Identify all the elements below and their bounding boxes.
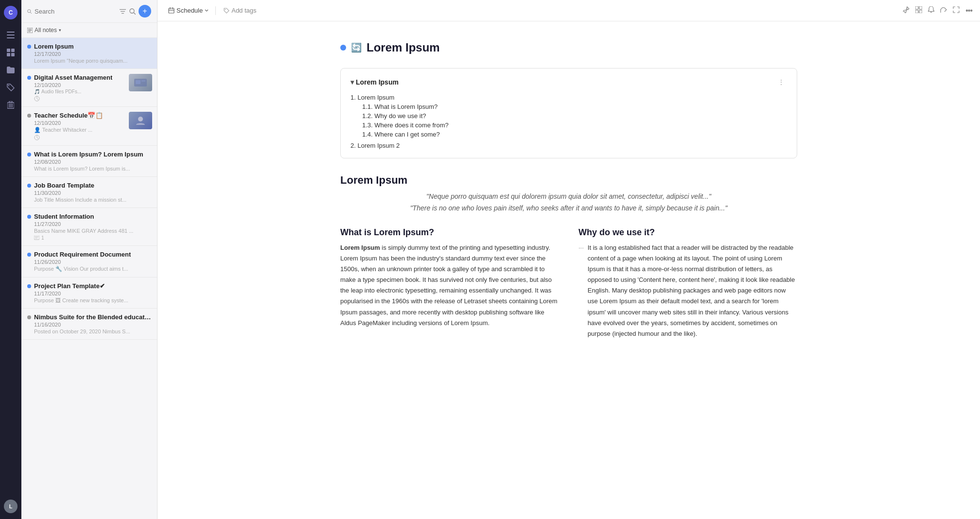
- svg-line-19: [134, 13, 136, 15]
- new-note-button[interactable]: +: [139, 5, 151, 17]
- note-dot: [27, 114, 31, 118]
- svg-point-30: [138, 117, 143, 121]
- toc-item[interactable]: 1.3. Where does it come from?: [362, 121, 787, 130]
- note-item-nimbus-suite[interactable]: Nimbus Suite for the Blended education |…: [21, 309, 157, 340]
- note-bottom-icons: [27, 135, 151, 140]
- note-dot: [27, 215, 31, 219]
- sidebar-icons: C L: [0, 0, 21, 519]
- toolbar: Schedule Add tags •••: [158, 0, 980, 21]
- note-preview: What is Lorem Ipsum? Lorem Ipsum is...: [27, 166, 151, 172]
- pin-button[interactable]: [903, 6, 910, 15]
- note-preview: Purpose 🔧 Vision Our product aims t...: [27, 266, 151, 272]
- svg-point-41: [225, 9, 226, 10]
- note-item-job-board[interactable]: Job Board Template 11/30/2020 Job Title …: [21, 177, 157, 208]
- svg-rect-37: [169, 8, 174, 13]
- editor-area: 🔄 Lorem Ipsum ▾ Lorem Ipsum ⋮ 1. Lorem I…: [301, 21, 836, 519]
- section-title: Lorem Ipsum: [340, 174, 797, 187]
- trash-icon-btn[interactable]: [3, 97, 18, 113]
- share-button[interactable]: [940, 7, 947, 15]
- svg-rect-44: [915, 10, 918, 13]
- note-dot: [27, 45, 31, 49]
- col-right-body-text: It is a long established fact that a rea…: [588, 242, 797, 339]
- svg-line-29: [37, 99, 38, 100]
- schedule-label: Schedule: [176, 7, 203, 14]
- all-notes-header[interactable]: All notes ▾: [21, 23, 157, 38]
- quote-text-2: "There is no one who loves pain itself, …: [340, 204, 797, 212]
- bell-button[interactable]: [928, 6, 934, 15]
- toc-menu-button[interactable]: ⋮: [775, 76, 787, 88]
- svg-rect-45: [919, 10, 922, 13]
- search-input[interactable]: [35, 8, 116, 15]
- note-meta: 11/16/2020: [27, 322, 151, 328]
- add-tags-button[interactable]: Add tags: [220, 5, 260, 16]
- note-meta: 11/26/2020: [27, 259, 151, 265]
- notes-search-bar: +: [21, 0, 157, 23]
- svg-rect-3: [7, 49, 10, 52]
- svg-rect-43: [919, 6, 922, 9]
- col-right-body: ··· It is a long established fact that a…: [578, 242, 797, 339]
- doc-title-row: 🔄 Lorem Ipsum: [340, 41, 797, 54]
- user-avatar-top[interactable]: C: [4, 6, 18, 19]
- note-thumb-image: [129, 74, 152, 91]
- note-item-teacher-schedule[interactable]: Teacher Schedule📅📋 12/10/2020 👤 Teacher …: [21, 107, 157, 146]
- note-title: What is Lorem Ipsum? Lorem Ipsum: [34, 151, 143, 158]
- doc-title: Lorem Ipsum: [367, 41, 440, 54]
- col-right-title: Why do we use it?: [578, 227, 797, 238]
- col-left: What is Lorem Ipsum? Lorem Ipsum is simp…: [340, 227, 559, 339]
- search-magnify-icon[interactable]: [129, 6, 136, 16]
- note-dot: [27, 315, 31, 319]
- svg-line-33: [37, 138, 38, 139]
- all-notes-label: All notes: [35, 27, 57, 34]
- schedule-button[interactable]: Schedule: [165, 5, 211, 16]
- svg-rect-6: [11, 53, 15, 56]
- note-item-project-plan[interactable]: Project Plan Template✔ 11/17/2020 Purpos…: [21, 277, 157, 309]
- svg-point-18: [130, 9, 134, 13]
- note-meta: 11/30/2020: [27, 190, 151, 196]
- col-left-body-start: Lorem Ipsum: [340, 244, 380, 251]
- toc-item[interactable]: 1. Lorem Ipsum: [350, 93, 787, 102]
- svg-rect-4: [11, 49, 15, 52]
- note-bottom-icons: [27, 96, 151, 102]
- add-tags-label: Add tags: [231, 7, 256, 14]
- note-dot: [27, 76, 31, 80]
- schedule-icon: [168, 7, 175, 14]
- note-meta: 11/27/2020: [27, 221, 151, 227]
- note-title: Product Requirement Document: [34, 251, 131, 258]
- toc-box: ▾ Lorem Ipsum ⋮ 1. Lorem Ipsum 1.1. What…: [340, 68, 797, 158]
- grid-icon-btn[interactable]: [3, 45, 18, 60]
- tag-icon-btn[interactable]: [3, 80, 18, 95]
- svg-rect-2: [7, 37, 15, 38]
- svg-rect-34: [34, 236, 39, 240]
- toc-chevron[interactable]: ▾: [350, 78, 354, 86]
- note-title: Nimbus Suite for the Blended education |…: [34, 313, 151, 321]
- more-options-button[interactable]: •••: [965, 6, 972, 15]
- toolbar-divider: [215, 6, 216, 15]
- col-right: Why do we use it? ··· It is a long estab…: [578, 227, 797, 339]
- expand-button[interactable]: [953, 6, 960, 15]
- toc-item[interactable]: 1.2. Why do we use it?: [362, 111, 787, 121]
- grid-view-button[interactable]: [915, 6, 922, 15]
- svg-rect-0: [7, 32, 15, 33]
- col-left-body: Lorem Ipsum is simply dummy text of the …: [340, 242, 559, 329]
- note-item-digital-asset[interactable]: Digital Asset Management 12/10/2020 🎵Aud…: [21, 69, 157, 107]
- user-avatar-bottom[interactable]: L: [4, 500, 18, 513]
- main-content: Schedule Add tags •••: [158, 0, 980, 519]
- svg-rect-1: [7, 35, 15, 35]
- svg-rect-9: [9, 101, 12, 103]
- note-item-lorem-ipsum[interactable]: Lorem Ipsum 12/17/2020 Lorem Ipsum "Nequ…: [21, 38, 157, 69]
- menu-icon-btn[interactable]: [3, 27, 18, 43]
- toc-item[interactable]: 1.1. What is Lorem Ipsum?: [362, 102, 787, 111]
- toc-item[interactable]: 1.4. Where can I get some?: [362, 130, 787, 139]
- note-item-product-req[interactable]: Product Requirement Document 11/26/2020 …: [21, 246, 157, 277]
- filter-icon[interactable]: [119, 6, 126, 16]
- note-sub-icons: 1: [27, 235, 151, 241]
- toc-item[interactable]: 2. Lorem Ipsum 2: [350, 141, 787, 150]
- quote-text-1: "Neque porro quisquam est qui dolorem ip…: [340, 192, 797, 200]
- folder-icon-btn[interactable]: [3, 62, 18, 78]
- note-thumb: [129, 112, 152, 129]
- note-item-what-is-lorem[interactable]: What is Lorem Ipsum? Lorem Ipsum 12/08/2…: [21, 146, 157, 177]
- svg-point-13: [28, 9, 31, 12]
- note-item-student-info[interactable]: Student Information 11/27/2020 Basics Na…: [21, 208, 157, 246]
- note-meta: 12/17/2020: [27, 51, 151, 57]
- notes-panel: + All notes ▾ Lorem Ipsum 12/17/2020 Lor…: [21, 0, 158, 519]
